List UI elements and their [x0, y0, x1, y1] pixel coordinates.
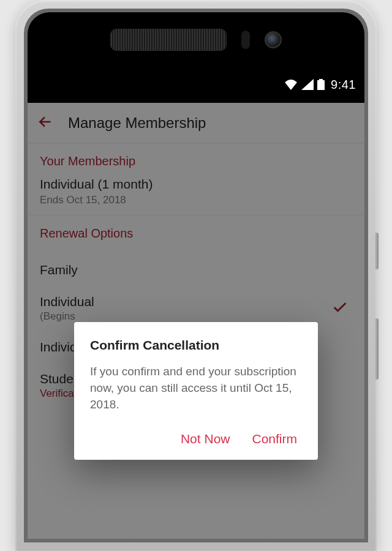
phone-inner-bezel: 9:41 Manage Membership Your Membership I…	[24, 9, 368, 542]
confirm-button[interactable]: Confirm	[252, 432, 297, 446]
phone-device-frame: 9:41 Manage Membership Your Membership I…	[15, 0, 377, 551]
cellular-signal-icon	[301, 79, 314, 90]
phone-side-button	[375, 233, 379, 269]
status-bar: 9:41	[28, 67, 364, 103]
status-clock: 9:41	[331, 78, 356, 92]
not-now-button[interactable]: Not Now	[181, 432, 230, 446]
phone-side-button	[375, 318, 379, 380]
phone-bezel: 9:41 Manage Membership Your Membership I…	[28, 12, 364, 539]
app-content: Manage Membership Your Membership Indivi…	[28, 103, 364, 539]
battery-icon	[317, 79, 325, 90]
dialog-title: Confirm Cancellation	[90, 338, 302, 353]
proximity-sensor	[241, 31, 250, 49]
phone-screen: 9:41 Manage Membership Your Membership I…	[28, 67, 364, 539]
dialog-actions: Not Now Confirm	[90, 428, 302, 451]
speaker-grille	[110, 29, 227, 51]
phone-earpiece-row	[28, 12, 364, 67]
dialog-body-text: If you confirm and end your subscription…	[90, 364, 302, 413]
svg-rect-0	[317, 80, 325, 90]
modal-scrim[interactable]	[28, 103, 364, 539]
wifi-icon	[284, 79, 298, 90]
svg-rect-1	[319, 79, 323, 80]
front-camera	[265, 31, 282, 48]
confirm-cancellation-dialog: Confirm Cancellation If you confirm and …	[74, 322, 318, 460]
